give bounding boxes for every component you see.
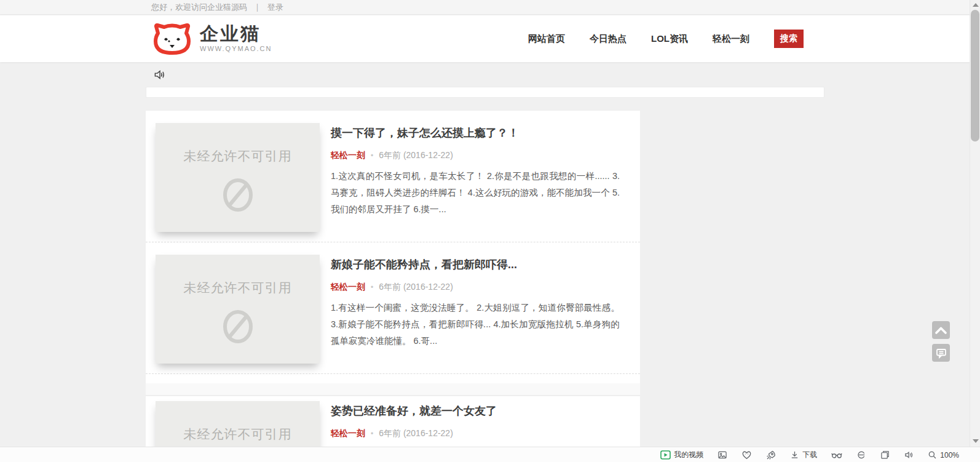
meta-dot: • (371, 429, 373, 438)
screenshot-button[interactable] (717, 450, 727, 460)
vertical-scrollbar[interactable] (970, 0, 980, 447)
article-category[interactable]: 轻松一刻 (331, 282, 365, 293)
meta-dot: • (371, 283, 373, 292)
topbar: 您好，欢迎访问企业猫源码 ｜ 登录 (0, 0, 980, 15)
page: 您好，欢迎访问企业猫源码 ｜ 登录 企业猫 WWW.Q (0, 0, 980, 462)
comment-icon (936, 348, 947, 359)
no-entry-icon (219, 308, 257, 346)
download-icon (790, 450, 799, 460)
e-swirl-icon (856, 450, 866, 460)
announcement-speaker-icon (154, 69, 165, 81)
site-title: 企业猫 (200, 23, 272, 44)
topbar-greeting: 您好，欢迎访问企业猫源码 (151, 2, 247, 13)
download-button[interactable]: 下载 (790, 450, 817, 460)
no-entry-icon (219, 176, 257, 214)
image-icon (717, 450, 727, 460)
nav-item-relax[interactable]: 轻松一刻 (713, 33, 749, 45)
article-title[interactable]: 摸一下得了，妹子怎么还摸上瘾了？！ (331, 125, 620, 140)
site-header: 企业猫 WWW.QYMAO.CN 网站首页 今日热点 LOL资讯 轻松一刻 搜索 (0, 15, 980, 62)
play-video-icon (660, 450, 671, 460)
nav-item-home[interactable]: 网站首页 (528, 33, 565, 45)
article-title[interactable]: 新娘子能不能矜持点，看把新郎吓得... (331, 257, 620, 272)
scrollbar-down-arrow[interactable] (973, 439, 979, 443)
main-nav: 网站首页 今日热点 LOL资讯 轻松一刻 搜索 (528, 15, 804, 62)
thumbnail-placeholder-text: 未经允许不可引用 (184, 426, 292, 443)
magnifier-icon (928, 450, 937, 460)
scrollbar-thumb[interactable] (971, 10, 979, 141)
chevron-up-icon (935, 326, 947, 335)
thumbnail-placeholder-text: 未经允许不可引用 (184, 148, 292, 165)
my-video-label: 我的视频 (674, 450, 703, 460)
boost-button[interactable] (766, 450, 776, 460)
back-to-top-button[interactable] (932, 321, 950, 339)
favorites-button[interactable] (741, 450, 752, 460)
browser-bottom-toolbar: 我的视频 (0, 447, 980, 462)
my-video-button[interactable]: 我的视频 (660, 450, 703, 460)
article-category[interactable]: 轻松一刻 (331, 150, 365, 161)
meta-dot: • (371, 151, 373, 160)
multi-window-button[interactable] (880, 450, 890, 460)
glasses-icon (831, 451, 842, 459)
topbar-separator: ｜ (253, 2, 261, 13)
article-date: 6年前 (2016-12-22) (379, 428, 453, 439)
article-excerpt: 1.有这样一个闺蜜，这觉没法睡了。 2.大姐别逗了，知道你臀部最性感。 3.新娘… (331, 300, 620, 349)
nav-item-lol[interactable]: LOL资讯 (651, 33, 688, 45)
thumbnail-placeholder-text: 未经允许不可引用 (184, 279, 292, 297)
announcement-marquee (146, 87, 824, 98)
scrollbar-up-arrow[interactable] (973, 3, 979, 7)
article-thumbnail[interactable]: 未经允许不可引用 (156, 123, 320, 232)
site-url: WWW.QYMAO.CN (200, 45, 272, 52)
article-excerpt: 1.这次真的不怪女司机，是车太长了！ 2.你是不是也跟我想的一样...... 3… (331, 168, 620, 218)
speaker-icon (904, 450, 914, 460)
rocket-icon (766, 450, 776, 460)
compatibility-mode-button[interactable] (856, 450, 866, 460)
window-icon (880, 450, 890, 460)
article-category[interactable]: 轻松一刻 (331, 428, 365, 439)
page-zoom-button[interactable]: 100% (928, 450, 959, 460)
search-button[interactable]: 搜索 (774, 30, 804, 48)
cat-logo-icon (153, 23, 191, 55)
article-date: 6年前 (2016-12-22) (379, 150, 453, 161)
site-logo[interactable]: 企业猫 WWW.QYMAO.CN (153, 23, 272, 55)
download-label: 下载 (802, 450, 817, 460)
article-date: 6年前 (2016-12-22) (379, 282, 453, 293)
login-link[interactable]: 登录 (267, 2, 283, 13)
heart-icon (741, 450, 752, 460)
list-separator-band (146, 383, 640, 396)
article-item[interactable]: 未经允许不可引用 摸一下得了，妹子怎么还摸上瘾了？！ 轻松一刻 • 6年前 (2… (146, 111, 640, 242)
eye-protection-button[interactable] (831, 451, 842, 459)
article-item[interactable]: 未经允许不可引用 新娘子能不能矜持点，看把新郎吓得... 轻松一刻 • 6年前 … (146, 242, 640, 374)
nav-item-hot[interactable]: 今日热点 (590, 33, 626, 45)
comments-button[interactable] (932, 344, 950, 362)
zoom-level-value: 100% (940, 451, 959, 460)
article-title[interactable]: 姿势已经准备好，就差一个女友了 (331, 404, 620, 418)
article-list: 未经允许不可引用 摸一下得了，妹子怎么还摸上瘾了？！ 轻松一刻 • 6年前 (2… (146, 111, 640, 383)
article-thumbnail[interactable]: 未经允许不可引用 (156, 255, 320, 364)
mute-button[interactable] (904, 450, 914, 460)
